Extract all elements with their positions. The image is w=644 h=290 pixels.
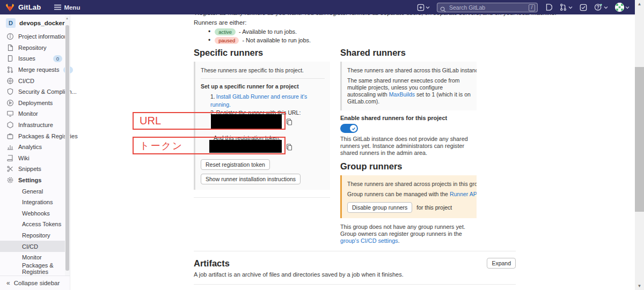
search-input[interactable]	[449, 3, 526, 12]
specific-runners-desc: These runners are specific to this proje…	[201, 67, 325, 74]
user-menu-button[interactable]	[615, 3, 630, 12]
copy-token-icon[interactable]	[286, 143, 292, 153]
shared-runners-title: Shared runners	[340, 47, 477, 58]
sidebar-scrollbar-thumb[interactable]	[65, 25, 69, 271]
shared-runners-section: Shared runners These runners are shared …	[340, 47, 477, 244]
scroll-down-arrow-icon[interactable]	[635, 282, 644, 290]
sidebar-item-infrastructure[interactable]: Infrastructure	[0, 120, 70, 131]
divider	[201, 78, 325, 79]
group-cicd-settings-link[interactable]: group's CI/CD settings	[340, 237, 398, 244]
sidebar-item-snippets[interactable]: Snippets	[0, 163, 70, 175]
group-runners-title: Group runners	[340, 161, 477, 172]
collapse-sidebar-button[interactable]: Collapse sidebar	[0, 276, 70, 290]
shared-runners-callout: These runners are shared across this Git…	[340, 62, 477, 110]
chevron-down-icon	[426, 5, 430, 10]
disable-group-runners-button[interactable]: Disable group runners	[347, 202, 412, 213]
sidebar-subitem-repository[interactable]: Repository	[0, 230, 70, 241]
list-item: active - Available to run jobs.	[194, 28, 516, 35]
url-annotation-label: URL	[134, 115, 161, 127]
enable-shared-runners-label: Enable shared runners for this project	[340, 115, 477, 121]
sidebar-subitem-access-tokens[interactable]: Access Tokens	[0, 219, 70, 230]
group-runners-desc1: These runners are shared across projects…	[347, 181, 471, 188]
list-item: paused - Not available to run jobs.	[194, 36, 516, 44]
sidebar-item-ci-cd[interactable]: CI/CD	[0, 75, 70, 86]
search-icon	[440, 5, 446, 14]
divider	[194, 284, 516, 285]
copy-url-icon[interactable]	[286, 118, 292, 128]
sidebar-subitem-packages-registries[interactable]: Packages & Registries	[0, 263, 70, 274]
merge-requests-icon	[6, 66, 14, 73]
sidebar-subitem-ci-cd-active[interactable]: CI/CD	[0, 241, 65, 252]
token-annotation-box: トークン	[133, 137, 286, 154]
monitor-icon	[6, 110, 14, 117]
disable-suffix-text: for this project	[416, 204, 452, 211]
issues-count-badge: 0	[53, 55, 62, 62]
runner-states-list: active - Available to run jobs. paused -…	[194, 28, 516, 44]
sidebar-item-wiki[interactable]: Wiki	[0, 153, 70, 164]
group-runners-callout: These runners are shared across projects…	[340, 175, 477, 218]
chevron-down-icon	[568, 5, 573, 10]
wiki-book-icon	[6, 154, 14, 162]
project-avatar: D	[6, 18, 16, 28]
show-runner-installation-button[interactable]: Show runner installation instructions	[201, 174, 301, 184]
sidebar-item-repository[interactable]: Repository	[0, 42, 70, 54]
issues-icon	[545, 3, 552, 11]
shared-runners-toggle[interactable]	[340, 124, 358, 133]
toggle-knob	[350, 125, 357, 132]
search-shortcut-key: /	[529, 4, 535, 11]
deployments-icon	[6, 99, 14, 107]
new-menu-button[interactable]	[417, 4, 430, 11]
merge-requests-nav-button[interactable]	[559, 3, 573, 11]
scroll-up-arrow-icon[interactable]	[635, 0, 644, 8]
shared-runners-desc2: The same shared runner executes code fro…	[347, 77, 471, 105]
issues-icon	[6, 55, 14, 62]
shield-icon	[6, 88, 14, 95]
install-gitlab-runner-link[interactable]: Install GitLab Runner and ensure it's ru…	[210, 93, 307, 108]
todos-nav-button[interactable]	[580, 4, 587, 11]
page-scrollbar-thumb[interactable]	[635, 67, 644, 212]
sidebar-item-deployments[interactable]: Deployments	[0, 98, 70, 109]
shared-runners-desc1: These runners are shared across this Git…	[347, 67, 471, 74]
help-nav-button[interactable]	[594, 3, 608, 11]
runner-api-link[interactable]: Runner API	[450, 191, 477, 197]
artifacts-title: Artifacts	[194, 258, 487, 269]
reset-registration-token-button[interactable]: Reset registration token	[201, 159, 270, 170]
page-scrollbar[interactable]	[635, 0, 644, 290]
sidebar-item-monitor[interactable]: Monitor	[0, 108, 70, 120]
group-runners-desc2: Group runners can be managed with the Ru…	[347, 191, 471, 198]
sidebar-subitem-integrations[interactable]: Integrations	[0, 197, 70, 208]
sidebar-item-project-information[interactable]: Project information	[0, 31, 70, 42]
menu-label: Menu	[64, 4, 80, 11]
divider	[194, 197, 330, 198]
sidebar-item-settings[interactable]: Settings	[0, 175, 70, 186]
sidebar-item-merge-requests[interactable]: Merge requests 0	[0, 64, 70, 76]
sidebar-item-security-compliance[interactable]: Security & Complian...	[0, 86, 70, 98]
project-name: devops_docker	[19, 20, 64, 26]
global-search: /	[437, 3, 538, 12]
artifacts-expand-button[interactable]: Expand	[487, 258, 516, 269]
sidebar-item-analytics[interactable]: Analytics	[0, 142, 70, 153]
infrastructure-icon	[6, 121, 14, 129]
sidebar-subitem-general[interactable]: General	[0, 185, 70, 197]
sidebar-scrollbar[interactable]	[65, 14, 70, 276]
setup-runner-heading: Set up a specific runner for a project	[201, 83, 325, 90]
help-question-icon	[594, 3, 603, 11]
sidebar-item-packages-registries[interactable]: Packages & Registries	[0, 130, 70, 142]
merge-request-icon	[559, 3, 567, 11]
issues-nav-button[interactable]	[545, 3, 552, 11]
sidebar-project-title[interactable]: D devops_docker	[0, 14, 70, 31]
sidebar-subitem-webhooks[interactable]: Webhooks	[0, 208, 70, 219]
shared-runners-note: This GitLab instance does not provide an…	[340, 136, 477, 157]
gitlab-tanuki-logo-icon[interactable]	[5, 3, 14, 12]
token-annotation-label: トークン	[134, 139, 183, 152]
gitlab-brand-text[interactable]: GitLab	[18, 3, 41, 11]
hamburger-icon	[54, 4, 61, 10]
maxbuilds-link[interactable]: MaxBuilds	[389, 91, 415, 98]
project-information-icon	[6, 33, 14, 40]
sidebar-subitem-monitor[interactable]: Monitor	[0, 252, 70, 263]
active-status-badge: active	[215, 28, 236, 35]
menu-button[interactable]: Menu	[54, 4, 80, 11]
sidebar-item-issues[interactable]: Issues 0	[0, 53, 70, 64]
runners-intro-text-clipped: Register as many runners as you want. Yo…	[195, 14, 557, 16]
specific-runners-title: Specific runners	[194, 47, 330, 58]
